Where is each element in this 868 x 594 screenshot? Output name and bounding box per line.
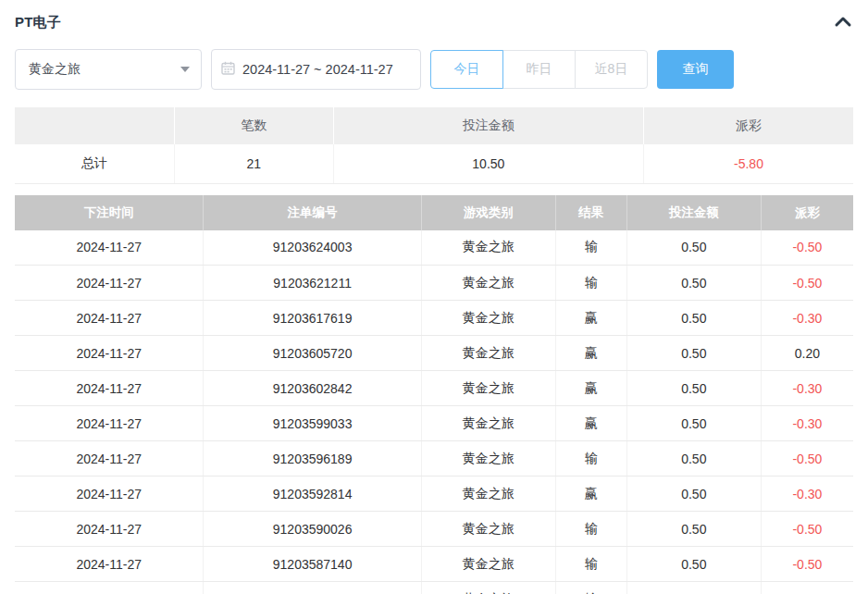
pt-electronics-panel: PT电子 黄金之旅 2024-11-27 ~ 2024-11-27 今日 昨日 … xyxy=(0,0,868,594)
cell-payout: -0.30 xyxy=(761,476,853,512)
cell-bet-amount: 0.50 xyxy=(626,547,761,582)
cell-bet-amount: 0.50 xyxy=(626,230,761,266)
cell-payout: -0.30 xyxy=(761,371,853,406)
cell-order-no: 91203584236 xyxy=(204,582,422,594)
yesterday-button[interactable]: 昨日 xyxy=(502,50,576,89)
cell-payout: -0.50 xyxy=(761,266,853,301)
table-row: 2024-11-27 91203584236 黄金之旅 输 0.50 -0.50 xyxy=(15,582,853,594)
cell-payout: 0.20 xyxy=(761,336,853,371)
chevron-up-icon xyxy=(834,15,852,31)
cell-game-type: 黄金之旅 xyxy=(421,371,555,406)
cell-bet-time: 2024-11-27 xyxy=(15,547,204,582)
calendar-icon xyxy=(221,61,235,78)
cell-bet-time: 2024-11-27 xyxy=(15,230,204,266)
cell-result: 赢 xyxy=(555,371,626,406)
cell-result: 输 xyxy=(555,582,626,594)
table-row: 2024-11-27 91203599033 黄金之旅 赢 0.50 -0.30 xyxy=(15,406,853,441)
cell-order-no: 91203599033 xyxy=(204,406,422,441)
cell-game-type: 黄金之旅 xyxy=(421,230,555,266)
cell-result: 赢 xyxy=(555,336,626,371)
cell-order-no: 91203617619 xyxy=(204,301,422,336)
col-bet-time: 下注时间 xyxy=(15,195,204,230)
date-range-input[interactable]: 2024-11-27 ~ 2024-11-27 xyxy=(211,49,421,90)
cell-bet-amount: 0.50 xyxy=(626,301,761,336)
table-row: 2024-11-27 91203587140 黄金之旅 输 0.50 -0.50 xyxy=(15,547,853,582)
cell-payout: -0.30 xyxy=(761,301,853,336)
cell-game-type: 黄金之旅 xyxy=(421,547,555,582)
cell-result: 赢 xyxy=(555,476,626,512)
table-row: 2024-11-27 91203596189 黄金之旅 输 0.50 -0.50 xyxy=(15,441,853,476)
cell-bet-time: 2024-11-27 xyxy=(15,336,204,371)
cell-order-no: 91203590026 xyxy=(204,512,422,547)
records-header-row: 下注时间 注单编号 游戏类别 结果 投注金额 派彩 xyxy=(15,195,853,230)
cell-bet-amount: 0.50 xyxy=(626,406,761,441)
table-row: 2024-11-27 91203617619 黄金之旅 赢 0.50 -0.30 xyxy=(15,301,853,336)
summary-col-bet-amount: 投注金额 xyxy=(333,107,643,144)
cell-order-no: 91203605720 xyxy=(204,336,422,371)
cell-order-no: 91203587140 xyxy=(204,547,422,582)
summary-total-payout: -5.80 xyxy=(643,144,853,183)
cell-bet-time: 2024-11-27 xyxy=(15,582,204,594)
cell-order-no: 91203621211 xyxy=(204,266,422,301)
summary-total-bet-amount: 10.50 xyxy=(333,144,643,183)
date-range-value: 2024-11-27 ~ 2024-11-27 xyxy=(242,62,393,77)
cell-result: 输 xyxy=(555,512,626,547)
cell-bet-amount: 0.50 xyxy=(626,371,761,406)
cell-game-type: 黄金之旅 xyxy=(421,582,555,594)
cell-result: 输 xyxy=(555,441,626,476)
col-order-no: 注单编号 xyxy=(204,195,422,230)
summary-total-label: 总计 xyxy=(15,144,174,183)
cell-result: 输 xyxy=(555,230,626,266)
cell-bet-time: 2024-11-27 xyxy=(15,476,204,512)
cell-order-no: 91203596189 xyxy=(204,441,422,476)
cell-bet-time: 2024-11-27 xyxy=(15,441,204,476)
panel-header: PT电子 xyxy=(15,11,853,33)
cell-bet-amount: 0.50 xyxy=(626,336,761,371)
cell-game-type: 黄金之旅 xyxy=(421,301,555,336)
today-button[interactable]: 今日 xyxy=(430,50,503,89)
cell-bet-amount: 0.50 xyxy=(626,266,761,301)
col-game-type: 游戏类别 xyxy=(421,195,555,230)
summary-table: 笔数 投注金额 派彩 总计 21 10.50 -5.80 xyxy=(15,107,853,184)
cell-result: 输 xyxy=(555,547,626,582)
filter-bar: 黄金之旅 2024-11-27 ~ 2024-11-27 今日 昨日 近8日 查… xyxy=(15,49,853,90)
cell-bet-amount: 0.50 xyxy=(626,582,761,594)
cell-payout: -0.50 xyxy=(761,230,853,266)
cell-payout: -0.50 xyxy=(761,547,853,582)
cell-result: 输 xyxy=(555,266,626,301)
table-row: 2024-11-27 91203605720 黄金之旅 赢 0.50 0.20 xyxy=(15,336,853,371)
cell-payout: -0.50 xyxy=(761,582,853,594)
table-row: 2024-11-27 91203621211 黄金之旅 输 0.50 -0.50 xyxy=(15,266,853,301)
cell-bet-time: 2024-11-27 xyxy=(15,371,204,406)
table-row: 2024-11-27 91203624003 黄金之旅 输 0.50 -0.50 xyxy=(15,230,853,266)
table-row: 2024-11-27 91203590026 黄金之旅 输 0.50 -0.50 xyxy=(15,512,853,547)
game-select-value: 黄金之旅 xyxy=(29,61,81,78)
col-result: 结果 xyxy=(555,195,626,230)
last-8-days-button[interactable]: 近8日 xyxy=(575,50,648,89)
query-button[interactable]: 查询 xyxy=(657,50,734,89)
page-title: PT电子 xyxy=(15,14,61,31)
cell-game-type: 黄金之旅 xyxy=(421,476,555,512)
collapse-panel-button[interactable] xyxy=(833,12,853,32)
cell-game-type: 黄金之旅 xyxy=(421,512,555,547)
cell-game-type: 黄金之旅 xyxy=(421,406,555,441)
cell-bet-time: 2024-11-27 xyxy=(15,266,204,301)
cell-result: 赢 xyxy=(555,406,626,441)
col-bet-amount: 投注金额 xyxy=(626,195,761,230)
cell-game-type: 黄金之旅 xyxy=(421,441,555,476)
cell-game-type: 黄金之旅 xyxy=(421,266,555,301)
col-payout: 派彩 xyxy=(761,195,853,230)
cell-payout: -0.50 xyxy=(761,512,853,547)
cell-game-type: 黄金之旅 xyxy=(421,336,555,371)
cell-bet-time: 2024-11-27 xyxy=(15,512,204,547)
game-select[interactable]: 黄金之旅 xyxy=(15,49,202,90)
chevron-down-icon xyxy=(180,67,190,72)
cell-result: 赢 xyxy=(555,301,626,336)
summary-total-count: 21 xyxy=(174,144,333,183)
date-quick-buttons: 今日 昨日 近8日 xyxy=(430,50,648,89)
cell-bet-amount: 0.50 xyxy=(626,512,761,547)
cell-order-no: 91203602842 xyxy=(204,371,422,406)
cell-order-no: 91203624003 xyxy=(204,230,422,266)
summary-header-row: 笔数 投注金额 派彩 xyxy=(15,107,853,144)
cell-bet-amount: 0.50 xyxy=(626,441,761,476)
